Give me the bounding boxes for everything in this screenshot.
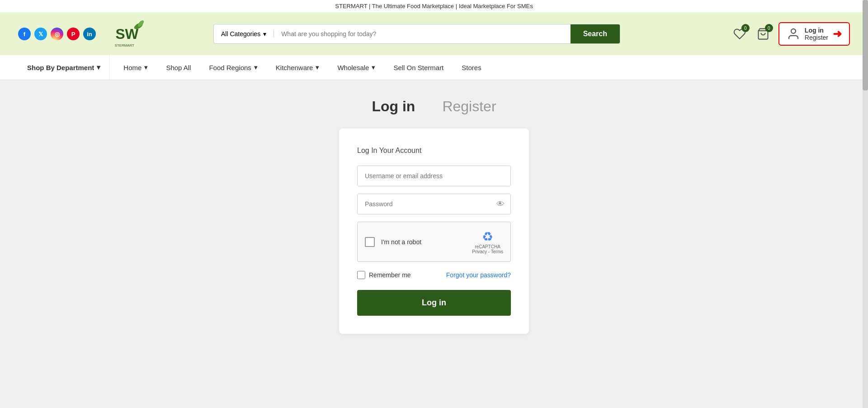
show-password-icon[interactable]: 👁 [496,199,505,209]
announcement-text: STERMART | The Ultimate Food Marketplace… [335,3,533,9]
dropdown-arrow-icon: ▾ [263,30,266,38]
linkedin-icon[interactable]: in [83,28,96,40]
nav-wholesale[interactable]: Wholesale ▾ [328,55,384,80]
logo-svg: SW STERMART [114,18,146,50]
twitter-icon[interactable]: 𝕏 [34,28,47,40]
search-input[interactable] [274,25,570,43]
header-icons: 0 0 Log in Register ➜ [731,22,850,46]
recaptcha-box[interactable]: I'm not a robot ♻ reCAPTCHA Privacy - Te… [357,222,511,262]
username-input[interactable] [357,166,511,186]
svg-text:STERMART: STERMART [115,43,134,47]
instagram-icon[interactable]: ◎ [51,28,63,40]
tab-login[interactable]: Log in [372,98,415,115]
nav-home-label: Home [123,64,142,71]
nav-shop-all[interactable]: Shop All [157,56,200,80]
wishlist-icon-wrapper[interactable]: 0 [731,26,748,42]
nav-wholesale-arrow: ▾ [372,63,375,71]
auth-tabs: Log in Register [9,98,859,115]
search-button[interactable]: Search [571,24,620,43]
announcement-bar: STERMART | The Ultimate Food Marketplace… [0,0,868,13]
login-submit-button[interactable]: Log in [357,290,511,316]
svg-point-6 [791,29,796,33]
wishlist-badge: 0 [741,24,750,32]
recaptcha-label: I'm not a robot [381,238,421,246]
navigation-bar: Shop By Department ▾ Home ▾ Shop All Foo… [0,55,868,80]
category-label: All Categories [221,30,260,38]
nav-food-regions-arrow: ▾ [254,63,258,71]
form-title: Log In Your Account [357,147,511,155]
search-area: All Categories ▾ Search [213,24,620,44]
recaptcha-brand: reCAPTCHA [475,244,500,249]
login-form-card: Log In Your Account 👁 I'm not a robot ♻ … [339,128,529,334]
recaptcha-logo: ♻ reCAPTCHA Privacy - Terms [472,229,503,254]
remember-me-checkbox[interactable] [357,271,365,279]
remember-forgot-row: Remember me Forgot your password? [357,271,511,279]
nav-kitchenware[interactable]: Kitchenware ▾ [267,55,329,80]
recaptcha-icon: ♻ [482,229,493,244]
password-wrapper: 👁 [357,194,511,214]
login-register-button[interactable]: Log in Register ➜ [778,22,850,46]
nav-shop-by-department[interactable]: Shop By Department ▾ [18,55,110,80]
recaptcha-checkbox[interactable] [365,237,375,247]
red-arrow-icon: ➜ [833,28,842,40]
recaptcha-terms: Privacy - Terms [472,249,503,254]
category-dropdown[interactable]: All Categories ▾ [214,30,274,38]
recaptcha-left: I'm not a robot [365,237,421,247]
social-icons: f 𝕏 ◎ P in [18,28,96,40]
nav-kitchenware-label: Kitchenware [276,64,313,71]
user-icon [787,27,800,41]
main-content: Log in Register Log In Your Account 👁 I'… [0,80,868,352]
nav-home-arrow: ▾ [144,63,148,71]
shop-by-dept-arrow: ▾ [97,63,100,71]
cart-badge: 0 [765,24,773,32]
cart-icon-wrapper[interactable]: 0 [755,26,771,42]
nav-sell-on-stermart[interactable]: Sell On Stermart [384,56,453,80]
logo-area[interactable]: SW STERMART [114,18,204,50]
remember-me-label[interactable]: Remember me [357,271,411,279]
tab-register[interactable]: Register [442,98,496,115]
forgot-password-link[interactable]: Forgot your password? [446,271,511,279]
nav-food-regions-label: Food Regions [209,64,251,71]
pinterest-icon[interactable]: P [67,28,80,40]
nav-sell-label: Sell On Stermart [393,64,443,71]
facebook-icon[interactable]: f [18,28,31,40]
nav-kitchenware-arrow: ▾ [316,63,319,71]
password-input[interactable] [357,194,511,214]
login-register-text: Log in Register [805,27,828,41]
scrollbar[interactable] [863,0,868,352]
nav-stores[interactable]: Stores [453,56,490,80]
scrollbar-thumb[interactable] [863,0,868,90]
nav-shop-all-label: Shop All [166,64,191,71]
shop-by-dept-label: Shop By Department [27,64,94,71]
nav-home[interactable]: Home ▾ [114,55,157,80]
remember-me-text: Remember me [369,271,411,279]
nav-wholesale-label: Wholesale [337,64,369,71]
nav-stores-label: Stores [462,64,481,71]
nav-food-regions[interactable]: Food Regions ▾ [200,55,266,80]
header: f 𝕏 ◎ P in SW STERMART All Categories ▾ … [0,13,868,55]
